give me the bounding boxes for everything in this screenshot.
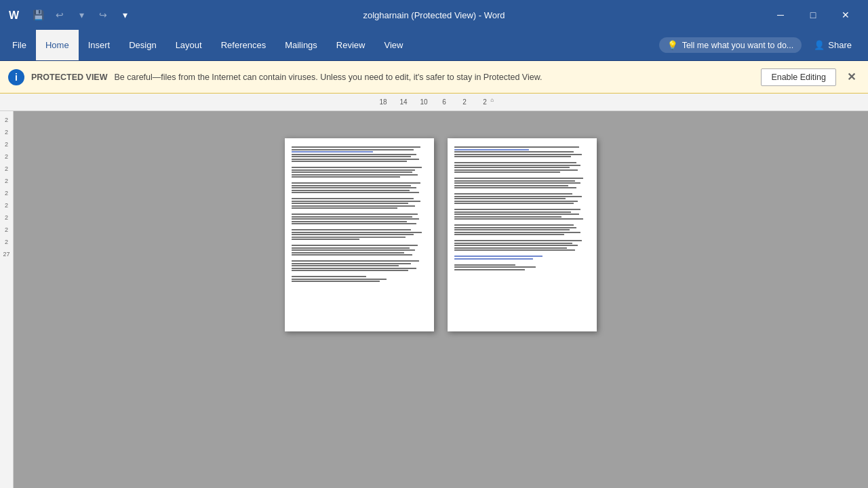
share-icon: 👤: [814, 40, 825, 50]
undo-button[interactable]: ↩: [50, 5, 69, 24]
vruler-mark: 2: [0, 199, 13, 211]
ruler-mark-2: 2: [454, 98, 475, 106]
protected-view-close-button[interactable]: ✕: [843, 69, 860, 85]
redo-button[interactable]: ↪: [94, 5, 113, 24]
vruler-mark: 2: [0, 150, 13, 163]
vruler-mark: 2: [0, 163, 13, 175]
ribbon: File Home Insert Design Layout Reference…: [0, 30, 868, 61]
page-1-content: [285, 138, 434, 291]
maximize-button[interactable]: □: [797, 5, 829, 25]
customize-qat-button[interactable]: ▾: [115, 5, 134, 24]
close-button[interactable]: ✕: [830, 5, 861, 25]
tab-layout[interactable]: Layout: [166, 30, 212, 60]
protected-view-message: Be careful—files from the Internet can c…: [115, 73, 755, 82]
pages-row: [285, 138, 597, 331]
horizontal-ruler: 18 14 10 6 2 2 ⌂: [0, 94, 868, 111]
tab-design[interactable]: Design: [119, 30, 165, 60]
protected-view-badge: PROTECTED VIEW: [31, 73, 108, 82]
vruler-mark: 2: [0, 236, 13, 248]
undo-dropdown-button[interactable]: ▾: [72, 5, 91, 24]
protected-view-bar: i PROTECTED VIEW Be careful—files from t…: [0, 61, 868, 94]
enable-editing-button[interactable]: Enable Editing: [761, 68, 836, 86]
ruler-marks: 18 14 10 6 2 2 ⌂: [373, 98, 495, 106]
tab-file[interactable]: File: [3, 30, 36, 60]
word-app-icon: W: [7, 7, 22, 22]
ruler-mark-cursor: 2 ⌂: [475, 98, 495, 106]
share-button[interactable]: 👤 Share: [807, 37, 859, 53]
document-page-1: [285, 138, 434, 331]
tab-references[interactable]: References: [212, 30, 275, 60]
vruler-mark: 2: [0, 138, 13, 150]
tell-me-box[interactable]: 💡 Tell me what you want to do...: [659, 37, 802, 53]
share-label: Share: [828, 40, 852, 50]
title-bar: W 💾 ↩ ▾ ↪ ▾ zolgharnain (Protected View)…: [0, 0, 868, 30]
vertical-ruler: 2 2 2 2 2 2 2 2 2 2 2 27: [0, 111, 14, 488]
window-controls: ─ □ ✕: [765, 5, 861, 25]
tab-review[interactable]: Review: [327, 30, 375, 60]
tab-home[interactable]: Home: [36, 30, 79, 60]
tab-mailings[interactable]: Mailings: [275, 30, 327, 60]
content-area: 2 2 2 2 2 2 2 2 2 2 2 27: [0, 111, 868, 488]
ruler-mark-18: 18: [373, 98, 393, 106]
vruler-mark: 2: [0, 114, 13, 126]
vruler-mark: 2: [0, 224, 13, 236]
vruler-mark: 2: [0, 187, 13, 199]
protected-info-icon: i: [8, 69, 24, 85]
vruler-mark: 27: [0, 248, 13, 260]
document-page-2: [448, 138, 597, 331]
quick-access-toolbar: 💾 ↩ ▾ ↪ ▾: [28, 5, 134, 24]
document-canvas[interactable]: [14, 111, 868, 488]
tab-insert[interactable]: Insert: [79, 30, 120, 60]
ruler-mark-10: 10: [414, 98, 434, 106]
ruler-mark-14: 14: [393, 98, 414, 106]
page-2-content: [448, 138, 597, 279]
vruler-mark: 2: [0, 211, 13, 224]
ruler-mark-6: 6: [434, 98, 454, 106]
window-title: zolgharnain (Protected View) - Word: [363, 10, 505, 20]
lightbulb-icon: 💡: [667, 40, 678, 50]
vruler-mark: 2: [0, 175, 13, 187]
vruler-mark: 2: [0, 126, 13, 138]
search-placeholder-text: Tell me what you want to do...: [682, 41, 794, 50]
save-button[interactable]: 💾: [28, 5, 47, 24]
svg-text:W: W: [9, 9, 20, 21]
minimize-button[interactable]: ─: [765, 5, 796, 25]
title-bar-left: W 💾 ↩ ▾ ↪ ▾: [7, 5, 134, 24]
ribbon-search-area: 💡 Tell me what you want to do... 👤 Share: [659, 30, 865, 60]
tab-view[interactable]: View: [374, 30, 412, 60]
